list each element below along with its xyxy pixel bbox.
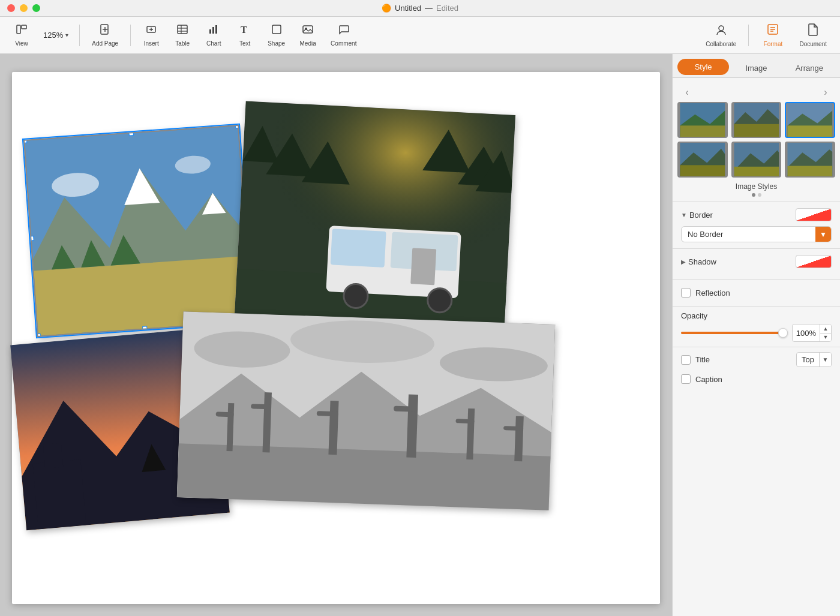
handle-top-left[interactable] (23, 139, 27, 144)
view-icon (16, 23, 28, 38)
border-color-swatch[interactable] (796, 208, 832, 221)
chart-label: Chart (206, 40, 221, 47)
reflection-label: Reflection (695, 289, 730, 298)
style-thumb-4[interactable] (677, 142, 728, 178)
photo-camping[interactable] (235, 101, 515, 330)
opacity-label: Opacity (681, 311, 832, 320)
opacity-stepper: ▲ ▼ (820, 324, 831, 341)
style-thumb-2[interactable] (731, 102, 782, 138)
right-panel: Style Image Arrange ‹ › (672, 54, 840, 616)
photo-desert[interactable] (177, 311, 555, 510)
style-thumb-5[interactable] (731, 142, 782, 178)
collaborate-button[interactable]: Collaborate (700, 20, 742, 50)
handle-bottom-left[interactable] (36, 333, 41, 337)
handle-top-right[interactable] (235, 125, 241, 128)
tab-image[interactable]: Image (730, 59, 782, 77)
svg-rect-71 (514, 416, 524, 461)
title-separator: — (425, 4, 433, 13)
main-content: Style Image Arrange ‹ › (0, 54, 840, 616)
view-button[interactable]: View (7, 21, 36, 49)
chart-button[interactable]: Chart (199, 21, 228, 49)
caption-checkbox[interactable] (681, 374, 691, 384)
text-button[interactable]: T Text (230, 21, 259, 49)
text-label: Text (239, 40, 250, 47)
dot-1 (752, 193, 755, 197)
svg-rect-1 (22, 25, 26, 29)
media-icon (302, 23, 314, 38)
title-label: Title (695, 355, 710, 364)
format-button[interactable]: Format (755, 20, 791, 50)
toolbar-separator-3 (748, 25, 749, 46)
handle-mid-left[interactable] (29, 236, 34, 241)
titlebar: 🟠 Untitled — Edited (0, 0, 840, 17)
style-thumb-1[interactable] (677, 102, 728, 138)
comment-button[interactable]: Comment (325, 21, 362, 49)
border-select-wrap[interactable]: No Border ▼ (681, 226, 832, 242)
opacity-value-wrap: 100% ▲ ▼ (792, 324, 832, 342)
svg-rect-16 (272, 25, 281, 34)
title-text: Untitled (395, 4, 421, 13)
zoom-arrow: ▾ (65, 32, 68, 38)
insert-icon (145, 23, 157, 38)
document-button[interactable]: Document (793, 20, 833, 50)
shadow-chevron-icon: ▶ (681, 259, 686, 265)
add-page-button[interactable]: Add Page (86, 21, 124, 49)
panel-nav: ‹ › (677, 85, 835, 100)
zoom-value: 125% (43, 31, 63, 40)
zoom-button[interactable]: 125% ▾ (38, 28, 73, 42)
tab-arrange[interactable]: Arrange (784, 59, 835, 77)
media-button[interactable]: Media (293, 21, 322, 49)
image-styles-dots (677, 193, 835, 197)
opacity-slider-thumb[interactable] (778, 328, 788, 338)
title-position-label: Top (797, 353, 819, 366)
tab-style[interactable]: Style (677, 59, 729, 75)
svg-rect-66 (317, 411, 338, 416)
minimize-button[interactable] (20, 4, 28, 12)
title-dropdown-arrow-icon[interactable]: ▼ (819, 353, 831, 366)
svg-rect-14 (215, 25, 217, 34)
shadow-color-swatch[interactable] (796, 255, 832, 268)
doc-icon: 🟠 (382, 4, 391, 13)
title-position-dropdown[interactable]: Top ▼ (796, 352, 832, 367)
opacity-decrement[interactable]: ▼ (820, 333, 831, 341)
maximize-button[interactable] (32, 4, 40, 12)
shape-button[interactable]: Shape (262, 21, 291, 49)
border-select-arrow-icon[interactable]: ▼ (815, 227, 831, 242)
prev-styles-button[interactable]: ‹ (680, 85, 694, 100)
svg-rect-84 (680, 165, 725, 176)
shadow-title: Shadow (688, 257, 716, 266)
canvas[interactable] (0, 54, 672, 616)
toolbar-right: Collaborate Format Document (700, 20, 833, 50)
title-checkbox[interactable] (681, 355, 691, 365)
table-label: Table (175, 40, 190, 47)
desert-image (177, 311, 555, 510)
border-title: Border (689, 211, 713, 220)
border-header[interactable]: ▼ Border (681, 208, 832, 221)
style-thumb-3[interactable] (785, 102, 835, 138)
svg-rect-72 (503, 426, 523, 431)
handle-bottom-mid[interactable] (142, 326, 148, 331)
opacity-increment[interactable]: ▲ (820, 324, 831, 333)
handle-top-mid[interactable] (128, 131, 134, 136)
canvas-page[interactable] (12, 72, 660, 604)
edited-status: Edited (436, 4, 458, 13)
camping-image (235, 101, 515, 330)
opacity-slider-track[interactable] (681, 332, 787, 334)
photo-mountain[interactable] (23, 125, 253, 337)
title-row: Title Top ▼ (681, 352, 832, 367)
svg-rect-78 (734, 124, 779, 137)
style-thumb-6[interactable] (785, 142, 835, 178)
shadow-header[interactable]: ▶ Shadow (681, 255, 832, 268)
border-section: ▼ Border No Border ▼ (673, 202, 840, 248)
insert-button[interactable]: Insert (137, 21, 166, 49)
image-styles-section: ‹ › (673, 78, 840, 202)
close-button[interactable] (7, 4, 15, 12)
toolbar: View 125% ▾ Add Page Insert Table Chart (0, 17, 840, 54)
svg-rect-81 (788, 125, 833, 137)
table-button[interactable]: Table (168, 21, 197, 49)
reflection-checkbox[interactable] (681, 288, 691, 298)
reflection-row: Reflection (681, 286, 832, 300)
next-styles-button[interactable]: › (818, 85, 833, 100)
svg-rect-51 (32, 459, 86, 530)
traffic-lights[interactable] (7, 4, 40, 12)
